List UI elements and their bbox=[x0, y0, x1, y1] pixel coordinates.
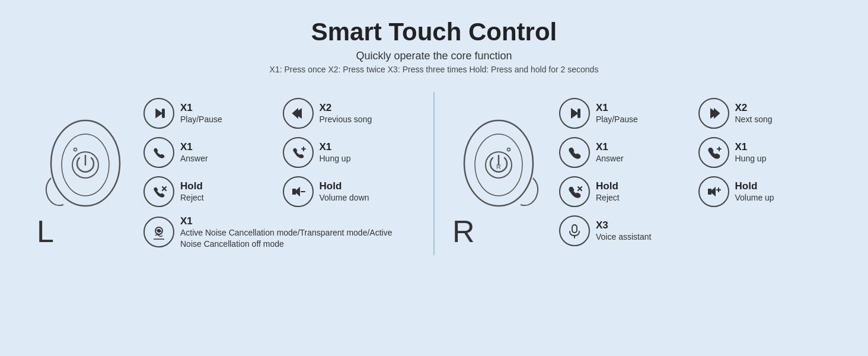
left-control-reject: Hold Reject bbox=[143, 176, 277, 207]
svg-rect-24 bbox=[578, 109, 580, 117]
right-next-desc: Next song bbox=[735, 114, 773, 125]
left-play-pause-label: X1 bbox=[180, 102, 222, 114]
right-hangup-desc: Hung up bbox=[735, 153, 767, 164]
answer-icon-circle-left bbox=[143, 137, 174, 168]
left-controls-grid: X1 Play/Pause X2 Previous song bbox=[143, 98, 416, 249]
right-control-reject: Hold Reject bbox=[559, 176, 693, 207]
right-answer-text: X1 Answer bbox=[596, 141, 624, 164]
right-vol-up-desc: Volume up bbox=[735, 192, 774, 203]
left-control-volume-down: Hold Volume down bbox=[283, 176, 416, 207]
left-reject-text: Hold Reject bbox=[180, 180, 204, 204]
page-title: Smart Touch Control bbox=[270, 18, 599, 46]
svg-point-22 bbox=[508, 148, 510, 151]
right-voice-desc: Voice assistant bbox=[596, 231, 651, 242]
right-answer-desc: Answer bbox=[596, 153, 624, 164]
play-pause-icon-circle-right bbox=[559, 98, 590, 129]
svg-rect-35 bbox=[572, 225, 577, 233]
right-play-pause-desc: Play/Pause bbox=[596, 114, 638, 125]
left-prev-text: X2 Previous song bbox=[320, 102, 372, 125]
right-control-hangup: X1 Hung up bbox=[698, 137, 832, 168]
right-voice-text: X3 Voice assistant bbox=[596, 220, 651, 243]
reject-icon-circle-right bbox=[559, 176, 590, 207]
svg-marker-32 bbox=[711, 188, 715, 195]
left-answer-desc: Answer bbox=[180, 153, 208, 164]
left-anc-desc: Active Noise Cancellation mode/Transpare… bbox=[180, 227, 416, 249]
svg-marker-26 bbox=[714, 109, 719, 117]
left-answer-text: X1 Answer bbox=[180, 141, 208, 164]
prev-song-icon-circle bbox=[283, 98, 314, 129]
svg-point-16 bbox=[158, 230, 160, 232]
left-vol-down-label: Hold bbox=[320, 180, 369, 192]
voice-icon-circle bbox=[559, 215, 590, 246]
left-prev-desc: Previous song bbox=[320, 114, 372, 125]
right-next-text: X2 Next song bbox=[735, 102, 773, 125]
main-content: X1 Play/Pause X2 Previous song bbox=[25, 92, 843, 255]
right-control-volume-up: Hold Volume up bbox=[698, 176, 832, 207]
left-anc-label: X1 bbox=[180, 215, 416, 227]
right-reject-text: Hold Reject bbox=[596, 180, 620, 204]
right-play-pause-label: X1 bbox=[596, 102, 638, 114]
left-hangup-desc: Hung up bbox=[320, 153, 351, 164]
left-control-answer: X1 Answer bbox=[143, 137, 277, 168]
svg-marker-23 bbox=[572, 109, 577, 117]
right-play-pause-text: X1 Play/Pause bbox=[596, 102, 638, 125]
right-earbud-image: R bbox=[452, 98, 547, 217]
right-control-next: X2 Next song bbox=[698, 98, 832, 129]
left-answer-label: X1 bbox=[180, 141, 208, 153]
svg-marker-7 bbox=[293, 109, 298, 117]
left-side: X1 Play/Pause X2 Previous song bbox=[25, 92, 427, 255]
svg-marker-13 bbox=[295, 188, 299, 195]
left-control-hangup: X1 Hung up bbox=[283, 137, 416, 168]
hangup-icon-circle-left bbox=[283, 137, 314, 168]
right-reject-label: Hold bbox=[596, 180, 620, 192]
left-control-anc: X1 Active Noise Cancellation mode/Transp… bbox=[143, 215, 416, 249]
right-reject-desc: Reject bbox=[596, 192, 620, 203]
left-reject-desc: Reject bbox=[180, 192, 204, 203]
right-vol-up-label: Hold bbox=[735, 180, 774, 192]
right-next-label: X2 bbox=[735, 102, 773, 114]
right-side: R X1 Play/Pause bbox=[441, 92, 843, 255]
right-voice-label: X3 bbox=[596, 220, 651, 231]
answer-icon-circle-right bbox=[559, 137, 590, 168]
volume-up-icon-circle bbox=[698, 176, 729, 207]
left-play-pause-desc: Play/Pause bbox=[180, 114, 222, 125]
left-prev-label: X2 bbox=[320, 102, 372, 114]
right-letter: R bbox=[452, 214, 475, 249]
svg-rect-5 bbox=[162, 109, 164, 117]
right-control-voice: X3 Voice assistant bbox=[559, 215, 693, 246]
center-divider bbox=[433, 92, 435, 255]
svg-marker-4 bbox=[156, 109, 162, 117]
volume-down-icon-circle bbox=[283, 176, 314, 207]
right-answer-label: X1 bbox=[596, 141, 624, 153]
right-control-answer: X1 Answer bbox=[559, 137, 693, 168]
right-control-play-pause: X1 Play/Pause bbox=[559, 98, 693, 129]
page-header: Smart Touch Control Quickly operate the … bbox=[270, 18, 599, 74]
play-pause-icon-circle bbox=[143, 98, 174, 129]
left-earbud-image bbox=[37, 98, 132, 217]
right-hangup-text: X1 Hung up bbox=[735, 141, 767, 164]
right-controls-grid: X1 Play/Pause X2 Next song bbox=[559, 98, 831, 249]
left-hangup-label: X1 bbox=[320, 141, 351, 153]
right-vol-up-text: Hold Volume up bbox=[735, 180, 774, 204]
next-song-icon-circle bbox=[698, 98, 729, 129]
left-hangup-text: X1 Hung up bbox=[320, 141, 351, 164]
left-play-pause-text: X1 Play/Pause bbox=[180, 102, 222, 125]
hangup-icon-circle-right bbox=[698, 137, 729, 168]
left-vol-down-text: Hold Volume down bbox=[320, 180, 369, 204]
subtitle: Quickly operate the core function bbox=[270, 50, 599, 62]
anc-icon-circle bbox=[143, 217, 174, 247]
left-letter: L bbox=[37, 214, 54, 249]
svg-point-3 bbox=[74, 148, 77, 151]
reject-icon-circle-left bbox=[143, 176, 174, 207]
right-hangup-label: X1 bbox=[735, 141, 767, 153]
left-reject-label: Hold bbox=[180, 180, 204, 192]
left-control-play-pause: X1 Play/Pause bbox=[143, 98, 277, 129]
left-vol-down-desc: Volume down bbox=[320, 192, 369, 203]
legend: X1: Press once X2: Press twice X3: Press… bbox=[270, 65, 599, 74]
left-control-prev: X2 Previous song bbox=[283, 98, 416, 129]
svg-text:R: R bbox=[496, 163, 501, 170]
left-anc-text: X1 Active Noise Cancellation mode/Transp… bbox=[180, 215, 416, 249]
